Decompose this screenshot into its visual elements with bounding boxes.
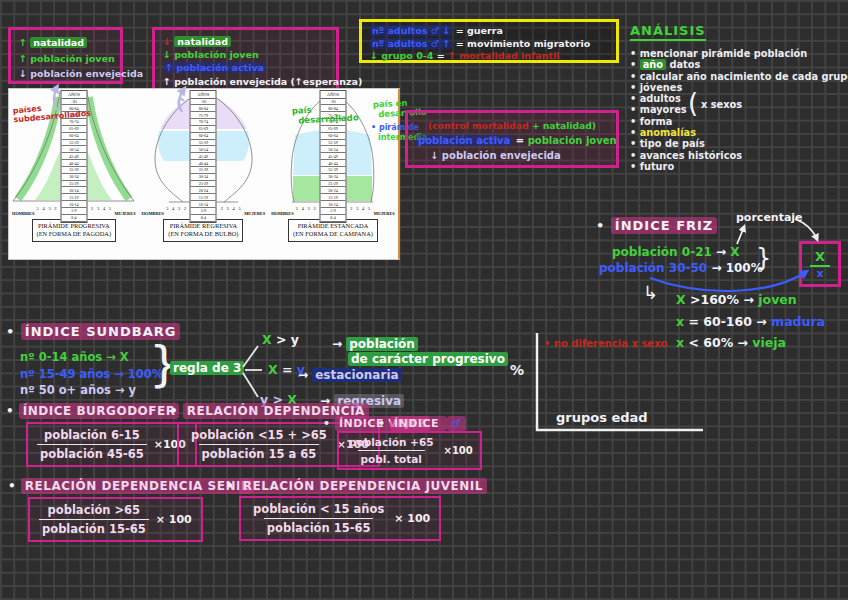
age-column-header: AÑOS bbox=[61, 91, 86, 99]
pyramid-plot: AÑOS +8580-8475-7970-7465-6960-6455-5950… bbox=[139, 89, 269, 205]
friz-x-lower: x bbox=[816, 267, 823, 280]
age-band-label: 45-49 bbox=[191, 153, 216, 160]
age-bands: +8580-8475-7970-7465-6960-6455-5950-5445… bbox=[191, 99, 216, 222]
friz-line-1: población 0-21 → X bbox=[612, 245, 740, 259]
friz-x-upper: X bbox=[810, 249, 830, 267]
multiplier: × 100 bbox=[156, 513, 192, 526]
pyramid-panel-regressive: AÑOS +8580-8475-7970-7465-6960-6455-5950… bbox=[139, 89, 269, 257]
age-band-label: 15-19 bbox=[191, 194, 216, 201]
age-band-label: 25-29 bbox=[191, 181, 216, 188]
age-band-label: 35-39 bbox=[191, 167, 216, 174]
denominator: población 45-65 bbox=[37, 444, 147, 461]
analysis-item: • tipo de país bbox=[630, 138, 846, 149]
hombres-label: HOMBRES bbox=[142, 211, 164, 216]
analysis-item: • futuro bbox=[630, 161, 846, 172]
indice-male-title: • ÍNDICE ♂ bbox=[378, 417, 466, 430]
mujeres-label: MUJERES bbox=[115, 211, 136, 216]
note-line: nº adultos ♂ ↑ = movimiento migratorio bbox=[370, 38, 608, 51]
age-band-label: 15-19 bbox=[61, 194, 86, 201]
denominator: población 15-65 bbox=[39, 519, 149, 536]
hombres-label: HOMBRES bbox=[12, 211, 34, 216]
age-band-label: 10-14 bbox=[320, 201, 345, 208]
age-band-label: 25-29 bbox=[61, 181, 86, 188]
friz-fraction-box: X x bbox=[799, 241, 841, 287]
age-band-label: 20-24 bbox=[191, 187, 216, 194]
friz-result-young: X >160% → joven bbox=[676, 289, 825, 311]
juvenil-title: • RELACIÓN DEPENDENCIA JUVENIL bbox=[226, 479, 487, 493]
age-band-label: +85 bbox=[191, 99, 216, 106]
friz-brace: } bbox=[756, 244, 771, 272]
age-band-label: 70-74 bbox=[191, 119, 216, 126]
sundbarg-row-adult: nº 15-49 años → 100% bbox=[20, 366, 163, 383]
age-band-label: 0-4 bbox=[320, 215, 345, 222]
note-line: ↑ población envejecida (↑esperanza) bbox=[163, 75, 328, 88]
age-band-label: 10-14 bbox=[61, 201, 86, 208]
age-band-label: 55-59 bbox=[320, 140, 345, 147]
analysis-item: • avances históricos bbox=[630, 150, 846, 161]
age-band-label: 50-54 bbox=[61, 146, 86, 153]
note-line: ↓ población joven bbox=[163, 48, 328, 61]
age-band-label: 40-44 bbox=[320, 160, 345, 167]
age-band-label: 35-39 bbox=[61, 167, 86, 174]
graph-y-label: % bbox=[510, 362, 524, 378]
age-band-label: 20-24 bbox=[320, 187, 345, 194]
notebook-page: ↑ natalidad ↑ población joven ↓ població… bbox=[0, 0, 848, 600]
note-line: (control mortalidad + natalidad) bbox=[416, 118, 608, 133]
note-line: ↓ natalidad bbox=[163, 35, 328, 48]
age-column-header: AÑOS bbox=[320, 91, 345, 99]
friz-result-mature: x = 60-160 → madura bbox=[676, 311, 825, 333]
regla-de-3-label: regla de 3 bbox=[170, 361, 244, 375]
note-line: ↓ población envejecida bbox=[19, 66, 112, 82]
numerator: población >65 bbox=[45, 503, 144, 519]
mujeres-label: MUJERES bbox=[374, 211, 395, 216]
age-band-label: 60-64 bbox=[191, 133, 216, 140]
branch-line-3 bbox=[243, 373, 258, 397]
age-band-label: 5-9 bbox=[61, 208, 86, 215]
vejez-formula: población +65 pobl. total ×100 bbox=[337, 431, 482, 470]
analysis-item: • mencionar pirámide población bbox=[630, 48, 846, 59]
age-band-label: 5-9 bbox=[320, 208, 345, 215]
age-band-label: 30-34 bbox=[191, 174, 216, 181]
age-band-label: 45-49 bbox=[320, 153, 345, 160]
age-band-label: 30-34 bbox=[320, 174, 345, 181]
note-box-stagnant: (control mortalidad + natalidad) poblaci… bbox=[405, 110, 619, 168]
denominator: población 15-65 bbox=[264, 518, 374, 535]
analysis-item: • anomalías bbox=[630, 127, 846, 138]
sundbarg-row-young: nº 0-14 años → X bbox=[20, 349, 163, 366]
senil-title: • RELACIÓN DEPENDENCIA SENIL bbox=[8, 479, 253, 493]
age-column: AÑOS +8580-8475-7970-7465-6960-6455-5950… bbox=[190, 90, 217, 223]
age-band-label: 25-29 bbox=[320, 181, 345, 188]
friz-title: • ÍNDICE FRIZ bbox=[596, 218, 717, 233]
numerator: población <15 + >65 bbox=[188, 428, 330, 444]
analysis-brace-note: x sexos bbox=[701, 99, 742, 110]
age-band-label: 65-69 bbox=[320, 126, 345, 133]
note-line: nº adultos ♂ ↓ = guerra bbox=[370, 25, 608, 38]
analysis-item: • jóvenes bbox=[630, 82, 846, 93]
age-band-label: 65-69 bbox=[61, 126, 86, 133]
note-line: ↓ grupo 0-4 = ↑ mortalidad infantil bbox=[370, 50, 608, 63]
mujeres-label: MUJERES bbox=[244, 211, 265, 216]
age-band-label: 40-44 bbox=[191, 160, 216, 167]
friz-line-2: población 30-50 → 100% bbox=[599, 261, 763, 275]
sundbarg-outcome-progressive: → población de carácter progresivo bbox=[332, 337, 508, 366]
sundbarg-row-old: nº 50 o+ años → y bbox=[20, 382, 163, 399]
juvenil-formula: población < 15 años población 15-65 × 10… bbox=[239, 496, 441, 541]
numerator: población 6-15 bbox=[41, 428, 143, 444]
note-box-anomalies: nº adultos ♂ ↓ = guerra nº adultos ♂ ↑ =… bbox=[359, 19, 619, 63]
hombres-label: HOMBRES bbox=[271, 211, 293, 216]
analysis-item: • año datos bbox=[630, 59, 846, 70]
age-band-label: 60-64 bbox=[320, 133, 345, 140]
analysis-item: • forma bbox=[630, 116, 846, 127]
age-band-label: 45-49 bbox=[61, 153, 86, 160]
senil-formula: población >65 población 15-65 × 100 bbox=[28, 497, 203, 542]
age-band-label: 50-54 bbox=[320, 146, 345, 153]
age-band-label: 55-59 bbox=[61, 140, 86, 147]
sundbarg-branch-1: X > y bbox=[262, 332, 299, 347]
age-band-label: 10-14 bbox=[191, 201, 216, 208]
friz-result-old: x < 60% → vieja bbox=[676, 332, 825, 354]
branch-line-1 bbox=[243, 346, 258, 367]
age-band-label: 5-9 bbox=[191, 208, 216, 215]
analysis-title: ANÁLISIS bbox=[630, 23, 706, 41]
note-line: ↑ población activa bbox=[163, 61, 328, 74]
denominator: pobl. total bbox=[358, 450, 425, 465]
